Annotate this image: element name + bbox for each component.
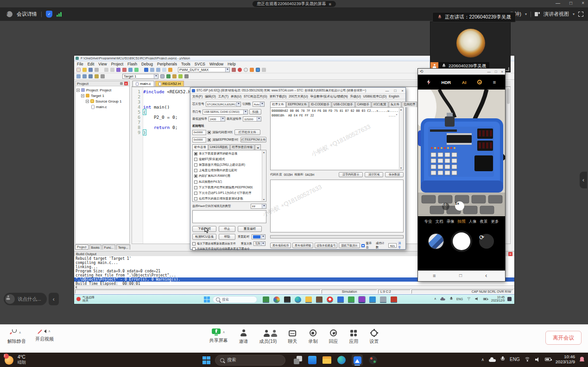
- settings-button[interactable]: 设置: [369, 328, 379, 345]
- window-minimize-icon[interactable]: —: [556, 0, 560, 6]
- tab-header-files[interactable]: 头文件: [389, 102, 401, 107]
- mic-options-chevron[interactable]: ∧: [19, 331, 21, 335]
- stc-maximize-icon[interactable]: □: [394, 89, 396, 93]
- serial-port-combo[interactable]: USB-SERIAL CH340 (COM10): [202, 109, 248, 115]
- eeprom-address-field[interactable]: 0x0000: [192, 137, 206, 142]
- meeting-details-link[interactable]: 会议详情: [17, 11, 37, 18]
- beep-checkbox[interactable]: [361, 244, 365, 247]
- toolbar-icon[interactable]: [110, 68, 114, 72]
- network-signal-icon[interactable]: [57, 12, 62, 17]
- hw-option[interactable]: 下次下载用户程序时擦除用户EEPROM区: [193, 185, 262, 190]
- flash-fill-combo[interactable]: FF: [251, 204, 266, 209]
- stc-menu-teaching[interactable]: 毕业教学/技术论坛/馈赠(N): [310, 94, 348, 99]
- build-output-hscrollbar[interactable]: [74, 286, 514, 289]
- menu-file[interactable]: File: [77, 62, 83, 66]
- toolbar-icon[interactable]: [116, 68, 120, 72]
- mode-pro[interactable]: 专业: [424, 219, 432, 225]
- repeat-delay-combo[interactable]: [252, 234, 266, 239]
- filter-icon[interactable]: [477, 80, 482, 84]
- inner-app-edge[interactable]: [295, 296, 301, 303]
- gallery-thumbnail[interactable]: [428, 233, 444, 249]
- zoom-1x-chip[interactable]: 1x: [455, 201, 464, 211]
- inner-app-pdf[interactable]: [391, 296, 397, 303]
- mode-photo-active[interactable]: 拍照: [458, 219, 466, 225]
- security-shield-icon[interactable]: ✓: [46, 11, 52, 18]
- reload-target-checkbox[interactable]: [192, 242, 196, 245]
- inner-mic-icon[interactable]: [449, 296, 453, 301]
- hw-option[interactable]: ALE脚用作P4.5口: [193, 179, 262, 185]
- project-tree-group[interactable]: Source Group 1: [76, 99, 128, 103]
- nav-home-icon[interactable]: □: [459, 273, 462, 278]
- stc-minimize-icon[interactable]: —: [385, 89, 389, 93]
- inner-battery-icon[interactable]: [483, 298, 487, 300]
- inner-clock[interactable]: 10:452023/12/9: [491, 296, 505, 302]
- nav-menu-icon[interactable]: ≡: [433, 273, 436, 278]
- code-address-field[interactable]: 0x0000: [192, 130, 206, 135]
- toolbar-icon[interactable]: [104, 68, 108, 72]
- reprogram-button[interactable]: 重复编程: [238, 226, 262, 232]
- tab-examples[interactable]: 范例程序: [402, 102, 417, 107]
- stc-menu-english[interactable]: English: [389, 95, 399, 98]
- inner-app-calculator[interactable]: [380, 296, 386, 303]
- read-disk-id-button[interactable]: 读取本机硬盘号: [315, 243, 337, 248]
- toolbar-icon[interactable]: [134, 68, 139, 72]
- menu-project[interactable]: Project: [111, 62, 123, 66]
- stc-close-icon[interactable]: ×: [401, 89, 404, 93]
- stc-menu-upgrade[interactable]: 升级(U): [350, 94, 361, 99]
- tab-id-code[interactable]: ID-CODE助手: [309, 102, 331, 107]
- inner-app-laptop[interactable]: [284, 296, 291, 303]
- tab-functions[interactable]: Func...: [102, 245, 115, 250]
- inner-app-briefcase[interactable]: [316, 296, 322, 303]
- toolbar-icon[interactable]: [95, 68, 99, 72]
- shutter-button[interactable]: [451, 231, 472, 252]
- inner-start-button[interactable]: [204, 296, 210, 303]
- tile-resize-handle[interactable]: [506, 67, 509, 71]
- clear-eeprom-buffer-checkbox[interactable]: [208, 138, 211, 142]
- target-select-combo[interactable]: Target 1: [122, 74, 158, 79]
- flash-off-icon[interactable]: [427, 80, 430, 85]
- file-explorer-icon[interactable]: [322, 356, 331, 364]
- build-icon[interactable]: [82, 74, 87, 78]
- autoload-checkbox[interactable]: [192, 247, 196, 251]
- open-code-file-button[interactable]: 打开程序文件: [234, 129, 260, 135]
- inner-app-wps[interactable]: [348, 296, 354, 303]
- options-scrollbar[interactable]: ▲▼: [262, 151, 266, 201]
- rotate-screen-icon[interactable]: ⟲: [420, 70, 424, 74]
- toolbar-icon[interactable]: [184, 74, 189, 78]
- hw-option[interactable]: 下次冷启动P1.0/P1.1为0/0才可下载程序: [193, 190, 262, 196]
- stc-menu-edit[interactable]: 编辑(O): [205, 94, 215, 99]
- apps-button[interactable]: 应用: [349, 328, 358, 345]
- mode-more[interactable]: 更多: [491, 219, 499, 225]
- offline-demo-button[interactable]: 脱机下载演示: [339, 243, 360, 248]
- info-icon[interactable]: i: [6, 11, 13, 17]
- toolbar-icon[interactable]: [144, 68, 148, 72]
- toolbar-icon[interactable]: [232, 68, 236, 72]
- language-indicator[interactable]: ENG: [510, 357, 520, 362]
- pin-count-combo[interactable]: Auto: [253, 102, 265, 107]
- toolbar-icon[interactable]: [82, 68, 87, 72]
- hdr-toggle[interactable]: HDR: [442, 80, 451, 85]
- chip-model-combo[interactable]: STC89C52RC/LE52RC: [206, 102, 241, 107]
- stc-menu-peripherals[interactable]: STC周边芯片(G): [244, 94, 267, 99]
- taskbar-search-box[interactable]: 搜索: [215, 355, 285, 366]
- project-panel-close-icon[interactable]: ×: [124, 82, 128, 85]
- clear-area-button[interactable]: 清空区域: [365, 172, 383, 177]
- video-options-chevron[interactable]: ∧: [48, 329, 51, 333]
- help-button[interactable]: 帮助: [219, 234, 235, 240]
- search-symbol-combo[interactable]: PWM_DUTY_MAX: [178, 67, 230, 72]
- project-tree-target[interactable]: Target 1: [76, 93, 128, 98]
- inner-lang-indicator[interactable]: ENG: [456, 297, 463, 301]
- ai-toggle[interactable]: AI: [462, 80, 467, 85]
- panel-collapse-handle[interactable]: ‹: [580, 172, 587, 188]
- fullscreen-icon[interactable]: [578, 12, 583, 17]
- taskbar-weather-widget[interactable]: 1 4°C晴朗: [5, 354, 26, 365]
- toolbar-icon[interactable]: [150, 68, 154, 72]
- taskbar-app-icon[interactable]: [369, 356, 377, 364]
- banner-menu-icon[interactable]: ≡: [329, 2, 331, 6]
- tab-eeprom-file[interactable]: EEPROM文件: [286, 102, 309, 107]
- chat-quick-input[interactable]: 说点什么...: [4, 293, 47, 305]
- mode-night[interactable]: 夜景: [480, 219, 488, 225]
- toolbar-icon[interactable]: [156, 68, 160, 72]
- inner-tray-chevron-icon[interactable]: ∧: [434, 297, 436, 301]
- menu-svcs[interactable]: SVCS: [195, 62, 205, 66]
